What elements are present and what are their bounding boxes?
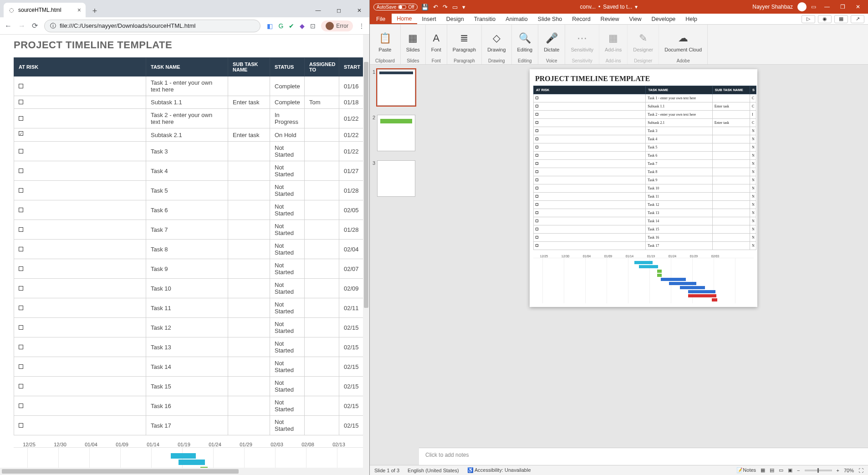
slide-thumb-2[interactable]: 2 bbox=[373, 115, 416, 151]
ribbon-button[interactable]: 📋Paste bbox=[378, 26, 391, 58]
minimize-icon[interactable]: — bbox=[308, 4, 328, 17]
slide-thumb-3[interactable]: 3 bbox=[373, 160, 416, 197]
redo-icon[interactable]: ↷ bbox=[443, 4, 448, 10]
checkbox[interactable] bbox=[19, 84, 23, 88]
ribbon-tab-slide sho[interactable]: Slide Sho bbox=[533, 14, 567, 24]
checkbox[interactable] bbox=[19, 384, 23, 388]
ribbon-action-icon[interactable]: ▷ bbox=[802, 15, 815, 23]
ribbon-action-icon[interactable]: ▦ bbox=[834, 15, 848, 23]
checkbox[interactable] bbox=[19, 169, 23, 173]
checkbox[interactable] bbox=[19, 266, 23, 271]
document-title[interactable]: conv... • Saved to t... ▾ bbox=[580, 4, 638, 10]
checkbox[interactable] bbox=[19, 306, 23, 310]
autosave-toggle[interactable]: AutoSave Off bbox=[373, 4, 418, 10]
checkbox[interactable] bbox=[19, 325, 23, 330]
maximize-icon[interactable]: ◻ bbox=[328, 4, 349, 17]
ribbon-tab-help[interactable]: Help bbox=[680, 14, 702, 24]
slide-thumb-1[interactable]: 1 bbox=[373, 69, 416, 106]
ribbon-tab-view[interactable]: View bbox=[624, 14, 647, 24]
back-icon[interactable]: ← bbox=[5, 22, 12, 30]
normal-view-icon[interactable]: ▦ bbox=[761, 467, 765, 473]
checkbox[interactable] bbox=[19, 131, 23, 136]
ext-icon[interactable]: ◧ bbox=[267, 22, 273, 30]
ribbon-button[interactable]: ▦Slides bbox=[406, 26, 420, 58]
checkbox[interactable] bbox=[19, 345, 23, 349]
browser-tab[interactable]: ◌ sourceHTML.html × bbox=[4, 3, 86, 17]
checkbox[interactable] bbox=[19, 247, 23, 251]
close-tab-icon[interactable]: × bbox=[77, 6, 81, 14]
slide-canvas[interactable]: PROJECT TIMELINE TEMPLATE AT RISKTASK NA… bbox=[419, 65, 868, 448]
extensions-icon[interactable]: ⊡ bbox=[310, 22, 316, 30]
checkbox[interactable] bbox=[19, 286, 23, 291]
ribbon-button[interactable]: ✎Designer bbox=[633, 26, 653, 58]
ribbon-button[interactable]: ⋯Sensitivity bbox=[571, 26, 593, 58]
zoom-slider[interactable] bbox=[805, 470, 832, 471]
ribbon-tab-review[interactable]: Review bbox=[596, 14, 624, 24]
powerpoint-window: AutoSave Off 💾 ↶ ↷ ▭ ▾ conv... • Saved t… bbox=[370, 0, 868, 475]
ribbon-button[interactable]: ▦Add-ins bbox=[605, 26, 622, 58]
checkbox[interactable] bbox=[19, 423, 23, 428]
dropdown-icon[interactable]: ▾ bbox=[462, 4, 465, 10]
new-tab-button[interactable]: + bbox=[88, 5, 101, 17]
accessibility[interactable]: ♿ Accessibility: Unavailable bbox=[467, 467, 531, 473]
checkbox[interactable] bbox=[19, 403, 23, 408]
forward-icon[interactable]: → bbox=[18, 22, 26, 30]
avatar[interactable] bbox=[797, 2, 807, 11]
reading-view-icon[interactable]: ▭ bbox=[779, 467, 783, 473]
scroll-thumb[interactable] bbox=[2, 469, 239, 474]
ribbon-button[interactable]: ☁Document Cloud bbox=[664, 26, 702, 58]
ribbon-tab-insert[interactable]: Insert bbox=[417, 14, 441, 24]
fit-icon[interactable]: ⛶ bbox=[858, 468, 863, 473]
vertical-scrollbar[interactable] bbox=[363, 35, 369, 468]
checkbox[interactable] bbox=[19, 149, 23, 153]
ribbon-button[interactable]: 🔍Editing bbox=[517, 26, 533, 58]
ribbon-action-icon[interactable]: ↗ bbox=[851, 15, 864, 23]
menu-icon[interactable]: ⋮ bbox=[358, 22, 365, 30]
ribbon-button[interactable]: ≣Paragraph bbox=[453, 26, 476, 58]
ribbon-tab-animatio[interactable]: Animatio bbox=[500, 14, 533, 24]
horizontal-scrollbar[interactable] bbox=[0, 468, 369, 475]
ribbon-mode-icon[interactable]: ▭ bbox=[811, 4, 816, 10]
save-icon[interactable]: 💾 bbox=[421, 4, 429, 10]
checkbox[interactable] bbox=[19, 227, 23, 232]
scroll-thumb[interactable] bbox=[364, 62, 368, 308]
ribbon-button[interactable]: 🎤Dictate bbox=[544, 26, 559, 58]
reload-icon[interactable]: ⟳ bbox=[32, 21, 38, 30]
profile-error-pill[interactable]: Error bbox=[321, 20, 353, 31]
sorter-view-icon[interactable]: ▤ bbox=[770, 467, 774, 473]
ext-icon[interactable]: ✔ bbox=[289, 22, 294, 30]
table-row: Task 5N bbox=[534, 143, 756, 152]
undo-icon[interactable]: ↶ bbox=[433, 4, 438, 10]
ribbon-tab-design[interactable]: Design bbox=[441, 14, 469, 24]
close-icon[interactable]: ✕ bbox=[349, 4, 369, 17]
restore-icon[interactable]: ❐ bbox=[836, 4, 849, 10]
ribbon-action-icon[interactable]: ◉ bbox=[818, 15, 832, 23]
notes-pane[interactable]: Click to add notes bbox=[419, 448, 868, 465]
checkbox[interactable] bbox=[19, 100, 23, 104]
ribbon-tab-file[interactable]: File bbox=[370, 14, 392, 24]
language[interactable]: English (United States) bbox=[408, 468, 459, 473]
zoom-in-icon[interactable]: + bbox=[837, 468, 839, 473]
ribbon-tab-develope[interactable]: Develope bbox=[646, 14, 680, 24]
ext-icon[interactable]: ◆ bbox=[300, 22, 305, 30]
slideshow-view-icon[interactable]: ▣ bbox=[788, 467, 792, 473]
ribbon-button[interactable]: AFont bbox=[431, 26, 441, 58]
slideshow-icon[interactable]: ▭ bbox=[452, 4, 458, 10]
zoom-level[interactable]: 70% bbox=[844, 468, 854, 473]
switch-icon bbox=[398, 5, 406, 9]
checkbox[interactable] bbox=[19, 116, 23, 121]
ribbon-tab-home[interactable]: Home bbox=[392, 14, 417, 24]
ribbon-button[interactable]: ◇Drawing bbox=[487, 26, 505, 58]
close-icon[interactable]: ✕ bbox=[852, 4, 864, 10]
start-cell: 02/15 bbox=[339, 377, 365, 396]
checkbox[interactable] bbox=[19, 208, 23, 212]
ribbon-tab-transitio[interactable]: Transitio bbox=[469, 14, 500, 24]
checkbox[interactable] bbox=[19, 188, 23, 193]
zoom-out-icon[interactable]: − bbox=[797, 468, 800, 473]
ribbon-tab-record[interactable]: Record bbox=[567, 14, 595, 24]
notes-button[interactable]: 📝Notes bbox=[736, 467, 756, 473]
minimize-icon[interactable]: — bbox=[821, 4, 833, 10]
url-input[interactable]: ⓘ file:///C:/Users/nayyer/Downloads/sour… bbox=[44, 20, 260, 32]
checkbox[interactable] bbox=[19, 364, 23, 369]
ext-icon[interactable]: G bbox=[278, 22, 283, 30]
